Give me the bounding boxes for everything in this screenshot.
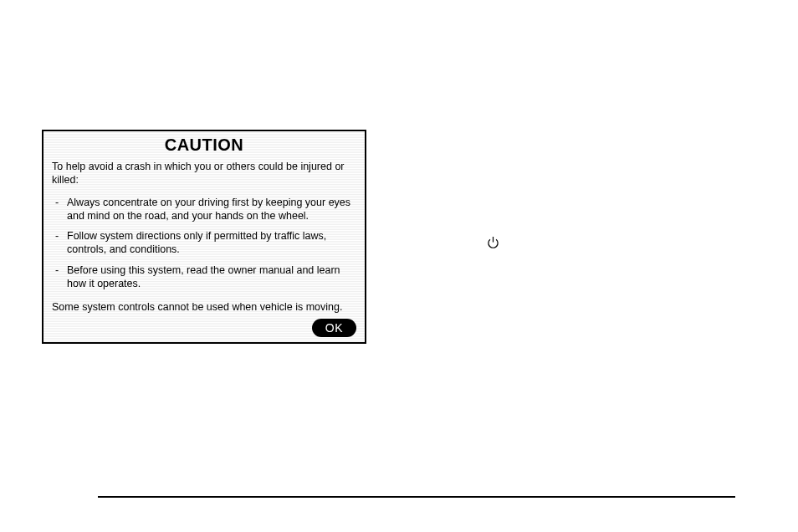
caution-bullets: Always concentrate on your driving first… [43,192,365,299]
power-icon [487,236,499,253]
caution-title: CAUTION [43,131,365,158]
caution-intro: To help avoid a crash in which you or ot… [43,158,365,192]
list-item: Always concentrate on your driving first… [59,196,356,223]
caution-box: CAUTION To help avoid a crash in which y… [42,130,366,344]
caution-footer: Some system controls cannot be used when… [43,299,365,317]
list-item: Follow system directions only if permitt… [59,229,356,257]
page: CAUTION To help avoid a crash in which y… [0,0,798,532]
ok-button[interactable]: OK [312,319,356,337]
list-item: Before using this system, read the owner… [59,263,356,291]
ok-row: OK [43,317,365,342]
horizontal-rule [98,496,735,498]
